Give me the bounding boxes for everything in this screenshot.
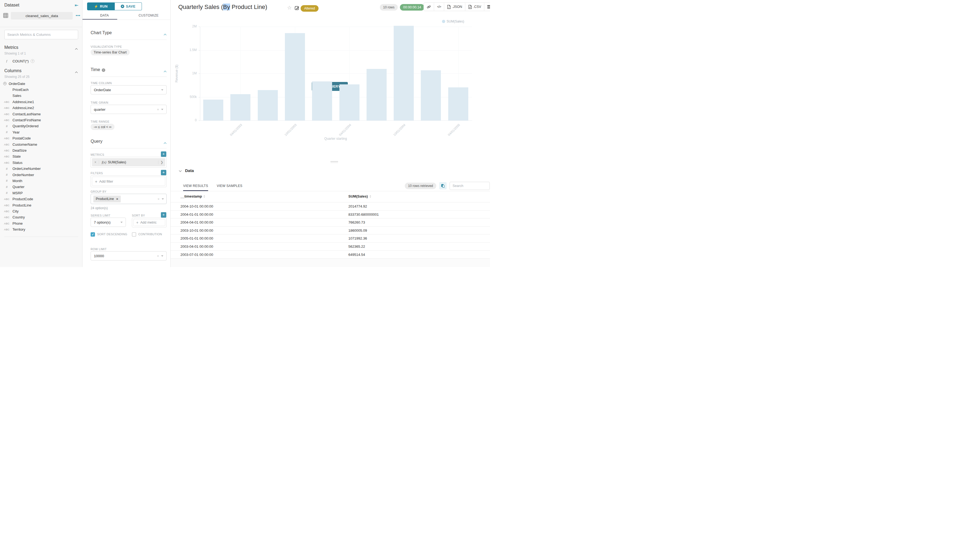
column-list-item[interactable]: AddressLine2 (0, 105, 83, 111)
clear-icon[interactable]: × (157, 254, 159, 258)
column-list-item[interactable]: Territory (0, 226, 83, 232)
column-list-item[interactable]: OrderDate (0, 81, 83, 87)
copy-data-button[interactable] (439, 182, 447, 189)
column-list-item[interactable]: Country (0, 215, 83, 220)
legend-item-sum-sales[interactable]: SUM(Sales) (442, 19, 464, 23)
tab-view-samples[interactable]: VIEW SAMPLES (217, 184, 242, 191)
metric-chip-sum-sales[interactable]: × f(x) SUM(Sales) ❯ (92, 158, 165, 166)
more-options-button[interactable] (484, 3, 490, 11)
cell-sum-sales: 766260.73 (348, 220, 365, 224)
column-header-timestamp[interactable]: __timestamp (180, 194, 205, 199)
dataset-more-menu[interactable]: ••• (76, 13, 80, 17)
column-list-item[interactable]: ProductLine (0, 202, 83, 208)
columns-showing-count: Showing 25 of 25 (4, 75, 30, 79)
collapse-sidebar-icon[interactable]: ⇤ (75, 3, 78, 8)
clear-icon[interactable]: × (158, 197, 159, 201)
chart-main-area: Quarterly Sales (By Product Line) ☆ Alte… (171, 0, 490, 267)
column-list-item[interactable]: OrderLineNumber (0, 165, 83, 172)
axis-tick (199, 27, 200, 27)
query-collapse-icon[interactable] (164, 141, 166, 146)
column-list-item[interactable]: Sales (0, 93, 83, 99)
column-type-icon (3, 143, 10, 146)
column-list-item[interactable]: CustomerName (0, 141, 83, 147)
metrics-columns-search-input[interactable] (4, 30, 78, 39)
sort-descending-label: SORT DESCENDING (97, 232, 127, 236)
favorite-star-icon[interactable]: ☆ (287, 5, 292, 11)
metrics-collapse-icon[interactable] (75, 47, 77, 52)
embed-code-button[interactable]: </> (434, 3, 444, 11)
save-button[interactable]: +SAVE (115, 2, 142, 10)
table-row[interactable]: 2003-10-01 00:00:00 1860005.09 (171, 227, 490, 235)
time-grain-select[interactable]: quarter× (91, 105, 167, 114)
column-list-item[interactable]: QuantityOrdered (0, 123, 83, 129)
chevron-right-icon[interactable]: ❯ (158, 161, 165, 164)
export-csv-button[interactable]: .CSV (465, 3, 484, 11)
add-metric-button[interactable]: + (161, 151, 166, 157)
visualization-type-value[interactable]: Time-series Bar Chart (91, 49, 130, 56)
column-header-sum-sales[interactable]: SUM(Sales) (348, 194, 371, 199)
table-row[interactable]: 2003-07-01 00:00:00 649514.54 (171, 251, 490, 259)
column-list-item[interactable]: Status (0, 159, 83, 165)
add-filter-dropzone[interactable]: +Add filter (92, 176, 165, 186)
add-sort-metric-dropzone[interactable]: +Add metric (133, 219, 165, 226)
y-tick-label: 500k (176, 95, 197, 99)
chart-type-collapse-icon[interactable] (164, 32, 166, 37)
results-search-input[interactable] (450, 182, 490, 190)
panel-resize-handle[interactable] (331, 161, 338, 164)
sort-descending-checkbox[interactable]: ✓ (91, 232, 95, 237)
edit-title-icon[interactable] (295, 6, 299, 11)
tab-data[interactable]: DATA (83, 14, 127, 19)
column-list-item[interactable]: State (0, 154, 83, 159)
chart-title[interactable]: Quarterly Sales (By Product Line) (178, 3, 267, 11)
table-row[interactable]: 2004-01-01 00:00:00 833730.680000001 (171, 211, 490, 219)
group-by-select[interactable]: ProductLine✕ × (91, 194, 167, 204)
column-list-item[interactable]: PriceEach (0, 87, 83, 92)
series-limit-select[interactable]: 7 option(s) (91, 218, 126, 227)
column-list-item[interactable]: Phone (0, 220, 83, 226)
column-list-item[interactable]: AddressLine1 (0, 99, 83, 105)
table-footer-area (171, 259, 490, 267)
column-list-item[interactable]: ContactFirstName (0, 117, 83, 123)
table-row[interactable]: 2004-04-01 00:00:00 766260.73 (171, 218, 490, 227)
time-collapse-icon[interactable] (164, 69, 166, 74)
column-list-item[interactable]: Month (0, 178, 83, 184)
copy-link-button[interactable] (424, 3, 434, 11)
column-list-item[interactable]: Year (0, 129, 83, 135)
column-list-item[interactable]: ProductCode (0, 196, 83, 202)
column-list-item[interactable]: OrderNumber (0, 172, 83, 178)
column-list-item[interactable]: PostalCode (0, 135, 83, 141)
clear-icon[interactable]: × (157, 108, 159, 111)
column-list-item[interactable]: City (0, 208, 83, 214)
tab-view-results[interactable]: VIEW RESULTS (183, 184, 208, 191)
column-list-item[interactable]: DealSize (0, 147, 83, 153)
run-button[interactable]: ⚡RUN (87, 2, 115, 10)
tab-customize[interactable]: CUSTOMIZE (127, 14, 171, 19)
row-limit-select[interactable]: 10000× (91, 251, 167, 261)
contribution-checkbox[interactable] (132, 232, 136, 237)
altered-badge[interactable]: Altered (301, 5, 318, 12)
table-row[interactable]: 2005-01-01 00:00:00 1071992.36 (171, 234, 490, 243)
dataset-name[interactable]: cleaned_sales_data (11, 12, 73, 19)
column-list-item[interactable]: ContactLastName (0, 111, 83, 117)
column-list-item[interactable]: MSRP (0, 190, 83, 196)
table-row[interactable]: 2003-04-01 00:00:00 562365.22 (171, 243, 490, 251)
export-json-button[interactable]: {}.JSON (444, 3, 465, 11)
column-name: DealSize (13, 148, 27, 153)
remove-metric-icon[interactable]: × (92, 161, 99, 164)
metric-item-count[interactable]: ƒ COUNT(*) ? (0, 58, 83, 64)
group-by-chip-productline[interactable]: ProductLine✕ (93, 195, 121, 202)
table-row[interactable]: 2004-10-01 00:00:00 2014774.92 (171, 202, 490, 211)
time-column-select[interactable]: OrderDate (91, 85, 167, 94)
cell-sum-sales: 2014774.92 (348, 204, 367, 208)
time-range-value[interactable]: -∞ ≤ col < ∞ (91, 124, 115, 130)
column-name: City (13, 209, 18, 213)
remove-chip-icon[interactable]: ✕ (116, 197, 118, 200)
column-name: MSRP (13, 191, 23, 195)
add-sort-metric-button[interactable]: + (161, 212, 166, 218)
add-filter-button[interactable]: + (161, 170, 166, 175)
column-type-icon (3, 222, 10, 225)
columns-collapse-icon[interactable] (75, 70, 77, 75)
data-section-header[interactable]: Data (179, 168, 194, 173)
column-name: Year (13, 130, 19, 134)
column-list-item[interactable]: Quarter (0, 184, 83, 190)
